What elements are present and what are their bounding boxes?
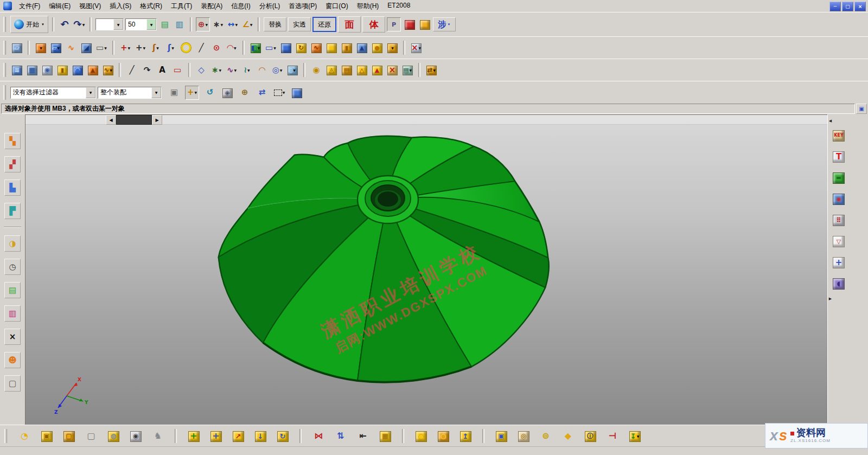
wave-ring-icon[interactable]: ○ (436, 428, 451, 444)
viewport-scrollbar[interactable]: ◀ ▶ (106, 115, 162, 125)
dropdown-arrow-icon[interactable]: ▼ (110, 68, 112, 72)
history-icon[interactable]: ◷ (4, 259, 21, 275)
scroll-left-button[interactable]: ◀ (106, 115, 116, 125)
dropdown-arrow-icon[interactable]: ▼ (234, 68, 237, 72)
prompt-options-icon[interactable]: ▣ (856, 104, 867, 114)
explode-assembly-icon[interactable]: ↧▼ (627, 428, 642, 444)
interpart-link-icon[interactable]: ▣ (494, 428, 509, 444)
dropdown-arrow-icon[interactable]: ▼ (283, 91, 285, 94)
cylinder-surface-icon[interactable]: ▮ (56, 63, 69, 76)
dropdown-arrow-icon[interactable]: ▼ (82, 23, 85, 27)
measure-distance-icon[interactable]: ↔▼ (226, 18, 239, 31)
profile-icon[interactable]: ▭▼ (264, 41, 277, 54)
she-button[interactable]: 涉▼ (433, 17, 456, 31)
pyramid-icon[interactable]: △ (355, 63, 368, 76)
minimize-button[interactable]: ─ (829, 2, 841, 11)
sheet-warn-icon[interactable]: ▲ (371, 63, 384, 76)
add-component-icon[interactable]: + (186, 428, 201, 444)
project-curve-icon[interactable]: ▯▼ (286, 63, 299, 76)
unite-icon[interactable]: ◧▼ (249, 41, 262, 54)
dropdown-arrow-icon[interactable]: ▼ (258, 46, 260, 50)
dropdown-arrow-icon[interactable]: ▼ (219, 68, 221, 72)
dropdown-arrow-icon[interactable]: ▼ (220, 23, 223, 27)
strainer-icon[interactable]: ⠿ (832, 213, 846, 227)
rotate-view-icon[interactable]: ⊕ (238, 86, 251, 99)
scroll-thumb[interactable] (116, 115, 152, 125)
spline-tool-icon[interactable]: ∿ (65, 41, 78, 54)
operation-navigator-icon[interactable]: ▛ (4, 203, 21, 219)
point-set-icon[interactable]: +▼ (134, 41, 147, 54)
dropdown-arrow-icon[interactable]: ▼ (235, 23, 238, 27)
line2-icon[interactable]: ╱ (125, 63, 138, 76)
key-icon[interactable]: KEY (832, 129, 846, 143)
toolbar-grip[interactable] (3, 63, 6, 77)
delete-x-icon[interactable]: × (386, 63, 399, 76)
body-button[interactable]: 体 (362, 16, 385, 33)
layer-visible-icon[interactable]: ▤ (158, 18, 171, 31)
circle-icon[interactable]: ⊙ (210, 41, 223, 54)
dome-surface-icon[interactable]: ◠ (71, 63, 84, 76)
dropdown-arrow-icon[interactable]: ▼ (447, 23, 450, 26)
dropdown-arrow-icon[interactable]: ▼ (280, 68, 283, 72)
dropdown-arrow-icon[interactable]: ▼ (391, 46, 394, 50)
cone-surface-icon[interactable]: ▲ (86, 63, 99, 76)
copy-feature-icon[interactable]: ▤▼ (401, 63, 414, 76)
move-component-icon[interactable]: ↗ (231, 428, 246, 444)
line-icon[interactable]: ╱ (195, 41, 208, 54)
sketch-icon[interactable]: ▱ (10, 41, 23, 54)
start-button[interactable]: 开始 ▼ (10, 16, 48, 33)
datum-csys-icon[interactable]: ▼ (34, 41, 47, 54)
pattern-horse-icon[interactable]: ♞ (150, 428, 165, 444)
toolbar-grip[interactable] (3, 17, 6, 33)
info-component-icon[interactable]: ⓘ (583, 428, 598, 444)
roles-icon[interactable]: ◑ (4, 235, 21, 252)
snake-curve-icon[interactable]: ≀▼ (240, 63, 253, 76)
dropdown-arrow-icon[interactable]: ▼ (433, 68, 436, 72)
dropdown-arrow-icon[interactable]: ▼ (57, 46, 60, 50)
snap-together-icon[interactable]: ⇤ (355, 428, 371, 444)
dropdown-arrow-icon[interactable]: ▼ (171, 46, 174, 50)
revolve-icon[interactable]: ↻ (295, 41, 308, 54)
menu-et2008[interactable]: ET2008 (383, 0, 414, 12)
resource-collapse-bottom-icon[interactable]: ▶ (828, 294, 833, 303)
dropdown-arrow-icon[interactable]: ▼ (40, 46, 42, 50)
scroll-right-button[interactable]: ▶ (152, 115, 162, 125)
dropdown-arrow-icon[interactable]: ▼ (250, 23, 253, 27)
toolbar-grip[interactable] (4, 429, 7, 443)
menu-tools[interactable]: 工具(T) (167, 0, 196, 12)
align-component-icon[interactable]: ⇅ (333, 428, 348, 444)
cup-tool-icon[interactable]: ▽ (832, 234, 846, 248)
menu-preferences[interactable]: 首选项(P) (284, 0, 321, 12)
redo-icon[interactable]: ↷▼ (73, 18, 86, 31)
user-roles-icon[interactable]: ☻ (4, 352, 21, 368)
ruled-surface-icon[interactable]: ◢ (80, 41, 93, 54)
gold-wedge-icon[interactable] (418, 18, 431, 31)
arc-icon[interactable]: ◠▼ (225, 41, 238, 54)
dropdown-arrow-icon[interactable]: ▼ (205, 23, 208, 27)
menu-help[interactable]: 帮助(H) (353, 0, 384, 12)
sequence-icon[interactable]: ◎ (516, 428, 531, 444)
polygon-icon[interactable]: ◇ (195, 63, 208, 76)
sphere-icon[interactable]: ● (371, 41, 384, 54)
bridge-curve-icon[interactable]: ◠ (256, 63, 269, 76)
text-icon[interactable]: A (156, 63, 169, 76)
clamp-tool-icon[interactable]: + (832, 255, 846, 270)
fitting-icon[interactable]: ◖ (832, 277, 846, 291)
swept-surface-icon[interactable]: ≋ (10, 63, 23, 76)
menu-format[interactable]: 格式(R) (136, 0, 167, 12)
wave-surface-icon[interactable]: ∿▼ (101, 63, 114, 76)
replace-feature-icon[interactable]: ⇄▼ (425, 63, 438, 76)
gem-icon[interactable]: ◆ (560, 428, 576, 444)
replace-button[interactable]: 替换 (264, 17, 286, 31)
reuse-part-icon[interactable]: ▬ (832, 171, 846, 185)
ring-tool-icon[interactable]: ⊚ (538, 428, 553, 444)
menu-file[interactable]: 文件(F) (15, 0, 44, 12)
drop-component-icon[interactable]: ↓ (253, 428, 268, 444)
translucency-button[interactable]: 实透 (288, 17, 311, 31)
windows-icon[interactable]: ▢ (4, 375, 21, 392)
rectangle-icon[interactable]: ▭ (171, 63, 184, 76)
cube-sheet-icon[interactable]: ▤ (340, 63, 353, 76)
selection-filter-combo[interactable]: 没有选择过滤器 ▼ (10, 87, 96, 99)
cylinder-icon[interactable]: ▮ (340, 41, 353, 54)
helix-icon[interactable]: ʃ▼ (164, 41, 177, 54)
